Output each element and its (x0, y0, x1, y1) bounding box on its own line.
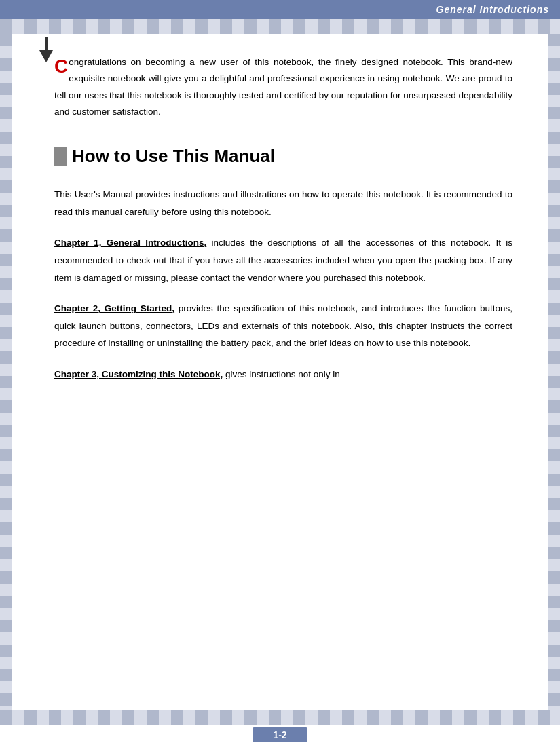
body1-text: This User's Manual provides instructions… (54, 189, 512, 217)
body-paragraph-1: This User's Manual provides instructions… (54, 186, 512, 221)
main-content: Congratulations on becoming a new user o… (0, 34, 560, 410)
chapter3-text: gives instructions not only in (223, 369, 340, 379)
intro-text: ongratulations on becoming a new user of… (54, 57, 512, 117)
chapter3-paragraph: Chapter 3, Customizing this Notebook, gi… (54, 366, 512, 383)
page-number-box: 1-2 (253, 727, 307, 742)
left-checker-column (0, 34, 12, 710)
chapter1-ref: Chapter 1, General Introductions, (54, 237, 206, 248)
arrow-indicator (39, 38, 53, 62)
section-heading: How to Use This Manual (72, 140, 275, 172)
right-checker-column (548, 34, 560, 710)
footer-page: 1-2 (0, 725, 560, 745)
arrow-stem (45, 37, 48, 50)
intro-paragraph: Congratulations on becoming a new user o… (54, 54, 512, 120)
header-bar: General Introductions (0, 0, 560, 19)
big-c-letter: C (54, 57, 68, 76)
section-heading-container: How to Use This Manual (54, 140, 512, 172)
chapter3-ref: Chapter 3, Customizing this Notebook, (54, 369, 223, 379)
header-title: General Introductions (436, 4, 549, 15)
chapter2-ref: Chapter 2, Getting Started, (54, 303, 174, 313)
top-checker-row (0, 19, 560, 34)
chapter2-paragraph: Chapter 2, Getting Started, provides the… (54, 300, 512, 352)
chapter1-paragraph: Chapter 1, General Introductions, includ… (54, 234, 512, 286)
footer-checker-row (0, 710, 560, 725)
heading-marker (54, 147, 67, 166)
arrow-down (39, 50, 53, 62)
